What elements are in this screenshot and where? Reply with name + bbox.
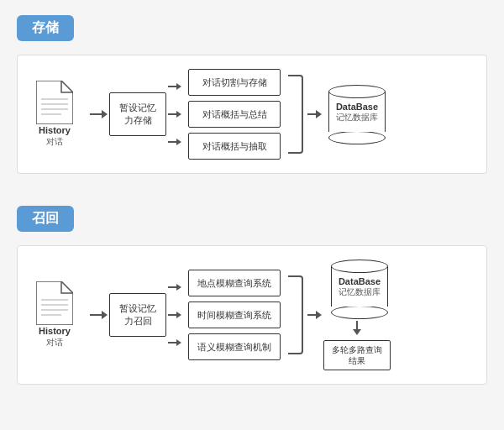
db-recall-group: DataBase 记忆数据库 多轮多路查询结果: [323, 260, 391, 370]
mid-box-storage-0: 对话切割与存储: [188, 69, 281, 96]
doc-storage-label-top: History: [39, 124, 71, 136]
center-box-storage: 暂设记忆 力存储: [109, 92, 166, 136]
mid-box-recall-2: 语义模糊查询机制: [188, 333, 281, 360]
mid-box-recall-0: 地点模糊查询系统: [188, 270, 281, 296]
svg-marker-5: [36, 281, 73, 325]
db-label-bottom-storage: 记忆数据库: [336, 112, 378, 123]
mid-boxes-storage: 对话切割与存储 对话概括与总结 对话概括与抽取: [188, 69, 281, 160]
bracket-recall: [288, 273, 303, 357]
db-label-top-storage: DataBase: [336, 102, 378, 112]
arrows-recall: [168, 273, 181, 357]
mid-box-recall-1: 时间模糊查询系统: [188, 302, 281, 328]
mid-box-storage-2: 对话概括与抽取: [188, 133, 281, 160]
bracket-storage: [288, 72, 303, 156]
document-icon: [36, 81, 73, 124]
arrows-storage: [168, 72, 181, 156]
diagram-storage: History 对话 暂设记忆 力存储 对话切割与存储 对话概括与总结 对话概括…: [17, 55, 487, 174]
svg-marker-0: [36, 81, 73, 124]
section-recall: 召回 History 对话 暂设记: [0, 191, 504, 401]
db-top-recall: [331, 260, 388, 273]
section-storage: 存储 History 对话: [0, 0, 504, 191]
db-bottom-recall: [331, 306, 388, 319]
db-top-storage: [328, 85, 386, 98]
arrow-to-db-storage: [307, 110, 322, 118]
section-storage-header: 存储: [17, 15, 74, 41]
diagram-recall: History 对话 暂设记忆 力召回 地点模糊查询系统 时间模糊查询系统 语义…: [17, 245, 487, 385]
down-arrow-recall: [353, 321, 361, 335]
center-box-recall: 暂设记忆 力召回: [109, 293, 166, 337]
db-storage: DataBase 记忆数据库: [328, 85, 386, 144]
db-recall: DataBase 记忆数据库: [331, 260, 388, 319]
db-bottom-storage: [328, 131, 386, 144]
result-box-recall: 多轮多路查询结果: [323, 340, 391, 370]
arrow-doc-center-recall: [90, 311, 108, 319]
mid-box-storage-1: 对话概括与总结: [188, 101, 281, 128]
doc-recall-label-top: History: [39, 325, 71, 337]
db-label-top-recall: DataBase: [339, 276, 381, 286]
document-icon-recall: [36, 281, 73, 325]
doc-storage: History 对话: [29, 81, 80, 148]
mid-boxes-recall: 地点模糊查询系统 时间模糊查询系统 语义模糊查询机制: [188, 270, 281, 360]
arrow-to-db-recall: [307, 311, 322, 319]
db-label-bottom-recall: 记忆数据库: [339, 286, 381, 298]
section-recall-header: 召回: [17, 206, 74, 232]
doc-storage-label-bottom: 对话: [46, 136, 63, 148]
doc-recall-label-bottom: 对话: [46, 337, 63, 349]
arrow-doc-center-storage: [90, 110, 108, 118]
doc-recall: History 对话: [29, 281, 80, 349]
